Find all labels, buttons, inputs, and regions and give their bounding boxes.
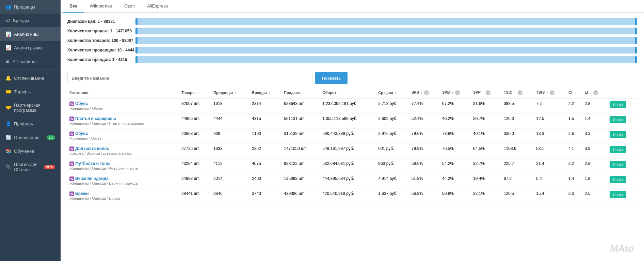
sidebar: 👥 Продавцы 🏷 Бренды 📊 Анализ ниш 📈 Анали… xyxy=(0,0,61,261)
help-icon-spb[interactable]: ? xyxy=(455,90,460,95)
col-header-products[interactable]: Товары ↕ xyxy=(179,88,211,98)
filter-bar-products[interactable] xyxy=(135,37,637,44)
w-badge-0: W xyxy=(69,102,74,106)
tab-ozon[interactable]: Ozon xyxy=(118,0,141,13)
col-header-sellers[interactable]: Продавцы ↕ xyxy=(211,88,250,98)
cell-tstc-3: 1103.6 xyxy=(502,143,534,158)
sellers-icon: 👥 xyxy=(5,4,11,10)
col-header-turnover[interactable]: Оборот ↑ xyxy=(320,88,376,98)
filter-handle-right-products[interactable] xyxy=(635,37,637,44)
sidebar-item-market-analysis[interactable]: 📈 Анализ рынка xyxy=(0,41,61,55)
category-path-0: Женщинам / Обувь xyxy=(69,106,177,110)
col-header-li[interactable]: LI ↕ ? xyxy=(583,88,608,98)
col-header-sps[interactable]: SPS ↕ ? xyxy=(409,88,440,98)
cell-avg-price-5: 4,914 руб. xyxy=(376,173,409,188)
category-link-1[interactable]: Платья и сарафаны xyxy=(75,116,116,121)
category-link-3[interactable]: Для роста волос xyxy=(75,146,109,151)
col-header-tsts[interactable]: TStS ↕ ? xyxy=(534,88,566,98)
filter-bar-fill-sellers xyxy=(135,47,637,53)
sidebar-item-tariffs[interactable]: 💳 Тарифы xyxy=(0,85,61,98)
info-button-6[interactable]: Инфо xyxy=(610,191,626,198)
filter-price-range: Диапазон цен: 1 - 88331 xyxy=(67,18,637,25)
sidebar-item-api-cabinet[interactable]: ⚙ API кабинет xyxy=(0,55,61,68)
cell-sps-3: 79.9% xyxy=(409,143,440,158)
w-badge-3: W xyxy=(69,147,74,151)
col-header-spp[interactable]: SPP ↕ ? xyxy=(471,88,502,98)
sidebar-item-updates[interactable]: 🔄 Обновления 2/6 xyxy=(0,130,61,144)
col-header-brands[interactable]: Бренды ↕ xyxy=(250,88,282,98)
sort-icon-products: ↕ xyxy=(197,91,199,95)
col-header-spb[interactable]: SPB ↕ ? xyxy=(440,88,471,98)
cell-spb-4: 54.2% xyxy=(440,158,471,173)
sort-icon-li: ↕ xyxy=(590,91,592,94)
info-button-4[interactable]: Инфо xyxy=(610,161,626,168)
sidebar-item-brands[interactable]: 🏷 Бренды xyxy=(0,14,61,27)
col-header-tstc[interactable]: TStC ↕ ? xyxy=(502,88,534,98)
cell-sps-4: 58.6% xyxy=(409,158,440,173)
col-header-gi[interactable]: GI ↕ xyxy=(566,88,583,98)
help-icon-li[interactable]: ? xyxy=(593,90,598,95)
info-button-3[interactable]: Инфо xyxy=(610,146,626,153)
filter-handle-left-brands[interactable] xyxy=(135,56,138,63)
cell-sps-1: 52.4% xyxy=(409,113,440,128)
filter-handle-right-brands[interactable] xyxy=(635,56,637,63)
cell-avg-price-4: 963 руб. xyxy=(376,158,409,173)
cell-sales-6: 439386 шт. xyxy=(282,188,320,203)
filter-bar-sales[interactable] xyxy=(135,28,637,34)
col-header-category[interactable]: Категория ↕ xyxy=(67,88,179,98)
sidebar-item-tracking[interactable]: 🔔 Отслеживание xyxy=(0,71,61,85)
help-icon-tsts[interactable]: ? xyxy=(550,90,554,95)
cell-spb-3: 76.5% xyxy=(440,143,471,158)
info-button-0[interactable]: Инфо xyxy=(610,101,626,108)
filter-bar-sellers[interactable] xyxy=(135,47,637,53)
search-input[interactable] xyxy=(67,72,312,84)
sort-icon-spb: ↕ xyxy=(452,91,453,94)
category-path-3: Красота / Волосы / Для роста волос xyxy=(69,151,177,155)
info-button-5[interactable]: Инфо xyxy=(610,176,626,183)
cell-avg-price-2: 2,916 руб. xyxy=(376,128,409,143)
help-icon-spp[interactable]: ? xyxy=(486,90,490,95)
filter-handle-left-products[interactable] xyxy=(135,37,138,44)
sidebar-item-training[interactable]: 📚 Обучение xyxy=(0,144,61,158)
cell-avg-price-1: 2,609 руб. xyxy=(376,113,409,128)
category-path-1: Женщинам / Одежда / Платья и сарафаны xyxy=(69,121,177,125)
filter-handle-left-price[interactable] xyxy=(135,18,138,25)
updates-icon: 🔄 xyxy=(5,135,11,140)
sidebar-item-chrome-plugin[interactable]: 🔌 Плагин для Chrome NEW xyxy=(0,158,61,176)
filter-sales-count: Количество продаж: 1 - 1471050 xyxy=(67,28,637,34)
filter-handle-left-sales[interactable] xyxy=(135,28,138,34)
sidebar-item-niche-analysis[interactable]: 📊 Анализ ниш xyxy=(0,27,61,41)
sidebar-item-sellers[interactable]: 👥 Продавцы xyxy=(0,0,61,14)
niche-analysis-icon: 📊 xyxy=(5,31,11,37)
category-path-2: Мужчинам / Обувь xyxy=(69,136,177,140)
filter-handle-right-price[interactable] xyxy=(635,18,637,25)
filter-bar-brands[interactable] xyxy=(135,56,637,63)
help-icon-tstc[interactable]: ? xyxy=(518,90,522,95)
tab-wildberries[interactable]: Wildberries xyxy=(84,0,118,13)
sidebar-item-partnership[interactable]: 🤝 Партнерская программа xyxy=(0,98,61,117)
tab-aliexpress[interactable]: AliExpress xyxy=(141,0,174,13)
cell-tsts-4: 21.4 xyxy=(534,158,566,173)
cell-sales-0: 628643 шт. xyxy=(282,98,320,113)
col-header-avg-price[interactable]: Ср.цена ↕ xyxy=(376,88,409,98)
info-button-2[interactable]: Инфо xyxy=(610,131,626,138)
cell-category-5: WВерхняя одежда Женщинам / Одежда / Верх… xyxy=(67,173,179,188)
show-button[interactable]: Показать xyxy=(315,72,348,84)
info-button-1[interactable]: Инфо xyxy=(610,116,626,123)
col-header-sales[interactable]: Продажи ↕ xyxy=(282,88,320,98)
filter-handle-left-sellers[interactable] xyxy=(135,47,138,53)
filter-handle-right-sellers[interactable] xyxy=(635,47,637,53)
cell-tsts-5: 5.4 xyxy=(534,173,566,188)
help-icon-sps[interactable]: ? xyxy=(424,90,429,95)
filter-handle-right-sales[interactable] xyxy=(635,28,637,34)
sidebar-item-profile[interactable]: 👤 Профиль xyxy=(0,117,61,130)
category-link-0[interactable]: Обувь xyxy=(75,101,88,106)
category-link-4[interactable]: Футболки и топы xyxy=(75,161,110,166)
category-link-6[interactable]: Брюки xyxy=(75,191,89,196)
filter-bar-price[interactable] xyxy=(135,18,637,25)
tab-all[interactable]: Все xyxy=(63,0,84,13)
category-link-2[interactable]: Обувь xyxy=(75,131,88,136)
cell-sales-2: 315139 шт. xyxy=(282,128,320,143)
w-badge-1: W xyxy=(69,117,74,121)
category-link-5[interactable]: Верхняя одежда xyxy=(75,176,109,181)
